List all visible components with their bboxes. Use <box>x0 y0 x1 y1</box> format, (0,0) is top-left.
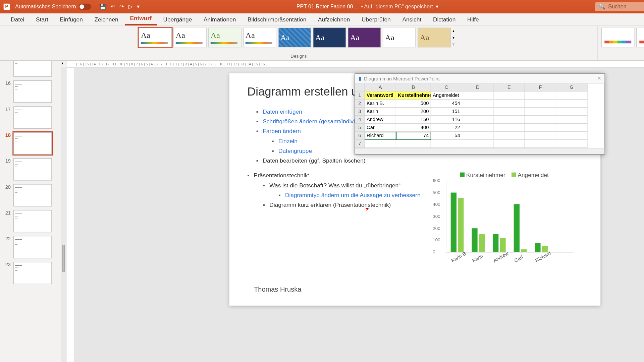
cell[interactable]: C <box>431 83 462 92</box>
cell[interactable] <box>525 116 556 124</box>
cell[interactable] <box>355 83 365 92</box>
theme-thumb-8[interactable]: Aa <box>383 28 416 48</box>
cell[interactable] <box>494 92 525 100</box>
cell[interactable] <box>462 116 493 124</box>
theme-thumb-2[interactable]: Aa <box>173 28 207 48</box>
slide-thumb-22[interactable]: 22▬▬▬▪▪▪▪▪▪▪ <box>3 236 58 258</box>
cell[interactable] <box>556 100 587 108</box>
theme-thumb-9[interactable]: Aa <box>418 28 451 48</box>
tab-uebergaenge[interactable]: Übergänge <box>158 13 198 25</box>
cell[interactable]: 500 <box>396 100 431 108</box>
theme-gallery[interactable]: Aa Aa Aa Aa Aa Aa Aa Aa Aa ▴ ▾ ▿ <box>139 28 459 48</box>
cell[interactable]: Angemeldet <box>431 92 462 100</box>
cell[interactable] <box>462 108 493 116</box>
cell[interactable] <box>556 132 587 140</box>
cell[interactable] <box>494 132 525 140</box>
search-box[interactable]: 🔍 Suchen <box>595 2 644 11</box>
cell[interactable]: 74 <box>396 132 431 140</box>
cell[interactable] <box>556 108 587 116</box>
more-icon[interactable]: ▾ <box>137 4 140 10</box>
cell[interactable] <box>556 92 587 100</box>
cell[interactable] <box>462 100 493 108</box>
cell[interactable]: G <box>556 83 587 92</box>
gallery-up-icon[interactable]: ▴ <box>452 28 459 33</box>
cell[interactable]: Carl <box>365 124 396 132</box>
theme-thumb-4[interactable]: Aa <box>243 28 276 48</box>
sheet-scrollbar[interactable] <box>355 148 604 154</box>
cell[interactable]: 1 <box>355 92 365 100</box>
cell[interactable] <box>556 124 587 132</box>
scroll-handle[interactable] <box>62 245 65 272</box>
slide-thumb-17[interactable]: 17▬▬▬▪▪▪▪▪▪▪ <box>3 106 58 129</box>
variant-1[interactable] <box>601 28 635 48</box>
slide-thumb-18[interactable]: 18▬▬▬▪▪▪▪▪▪▪ <box>3 132 58 155</box>
tab-bildschirm[interactable]: Bildschirmpräsentation <box>242 13 312 25</box>
cell[interactable] <box>365 140 396 148</box>
cell[interactable]: E <box>494 83 525 92</box>
gallery-more-icon[interactable]: ▿ <box>452 42 459 46</box>
cell[interactable] <box>462 132 493 140</box>
cell[interactable]: Verantwortl <box>365 92 396 100</box>
cell[interactable] <box>494 124 525 132</box>
cell[interactable]: 116 <box>431 116 462 124</box>
cell[interactable] <box>525 140 556 148</box>
cell[interactable] <box>431 140 462 148</box>
autosave-toggle[interactable]: Automatisches Speichern <box>15 4 91 10</box>
cell[interactable]: 54 <box>431 132 462 140</box>
toggle-switch-icon[interactable] <box>79 4 91 10</box>
cell[interactable]: D <box>462 83 493 92</box>
tab-zeichnen[interactable]: Zeichnen <box>89 13 123 25</box>
cell[interactable] <box>525 92 556 100</box>
cell[interactable]: B <box>396 83 431 92</box>
cell[interactable]: Karin <box>365 108 396 116</box>
start-from-beginning-icon[interactable]: ▷ <box>128 4 132 10</box>
cell[interactable] <box>462 92 493 100</box>
cell[interactable]: Kursteilnehme <box>396 92 431 100</box>
cell[interactable] <box>494 116 525 124</box>
scroll-up-icon[interactable]: ▴ <box>61 61 64 65</box>
theme-thumb-1[interactable]: Aa <box>139 28 172 48</box>
tab-datei[interactable]: Datei <box>5 13 30 25</box>
theme-thumb-5[interactable]: Aa <box>278 28 311 48</box>
chart-data-sheet[interactable]: ▮ Diagramm in Microsoft PowerPoint ✕ ABC… <box>355 73 605 155</box>
variant-gallery[interactable]: ▴ ▾ ▿ <box>601 28 644 48</box>
cell[interactable] <box>525 132 556 140</box>
cell[interactable] <box>494 108 525 116</box>
chart[interactable]: Kursteilnehmer Angemeldet 60050040030020… <box>431 172 574 275</box>
slide-thumb-15[interactable]: 15▬▬▬▪▪▪▪▪▪▪ <box>3 61 58 77</box>
cell[interactable]: 6 <box>355 132 365 140</box>
undo-icon[interactable]: ↶ <box>110 4 115 10</box>
cell[interactable] <box>462 140 493 148</box>
cell[interactable]: 5 <box>355 124 365 132</box>
cell[interactable]: F <box>525 83 556 92</box>
save-icon[interactable]: 💾 <box>99 4 106 10</box>
cell[interactable]: Karin B. <box>365 100 396 108</box>
cell[interactable] <box>525 108 556 116</box>
cell[interactable]: 400 <box>396 124 431 132</box>
cell[interactable]: 454 <box>431 100 462 108</box>
cell[interactable] <box>556 116 587 124</box>
cell[interactable] <box>525 124 556 132</box>
redo-icon[interactable]: ↷ <box>119 4 124 10</box>
cell[interactable]: 3 <box>355 108 365 116</box>
cell[interactable]: 4 <box>355 116 365 124</box>
tab-entwurf[interactable]: Entwurf <box>124 12 157 25</box>
tab-animationen[interactable]: Animationen <box>198 13 241 25</box>
slide-thumb-16[interactable]: 16▬▬▬▪▪▪▪▪▪▪ <box>3 80 58 103</box>
theme-thumb-3[interactable]: Aa <box>208 28 241 48</box>
cell[interactable] <box>494 140 525 148</box>
tab-start[interactable]: Start <box>31 13 54 25</box>
sheet-close-icon[interactable]: ✕ <box>597 75 601 81</box>
cell[interactable]: 200 <box>396 108 431 116</box>
tab-dictation[interactable]: Dictation <box>428 13 461 25</box>
gallery-down-icon[interactable]: ▾ <box>452 35 459 40</box>
cell[interactable] <box>396 140 431 148</box>
cell[interactable]: 151 <box>431 108 462 116</box>
cell[interactable]: A <box>365 83 396 92</box>
cell[interactable]: 150 <box>396 116 431 124</box>
thumbs-scrollbar[interactable]: ▴ ▾ <box>60 61 67 362</box>
tab-aufzeichnen[interactable]: Aufzeichnen <box>313 13 355 25</box>
theme-thumb-6[interactable]: Aa <box>313 28 346 48</box>
slide-thumb-19[interactable]: 19▬▬▬▪▪▪▪▪▪▪ <box>3 158 58 181</box>
cell[interactable] <box>525 100 556 108</box>
